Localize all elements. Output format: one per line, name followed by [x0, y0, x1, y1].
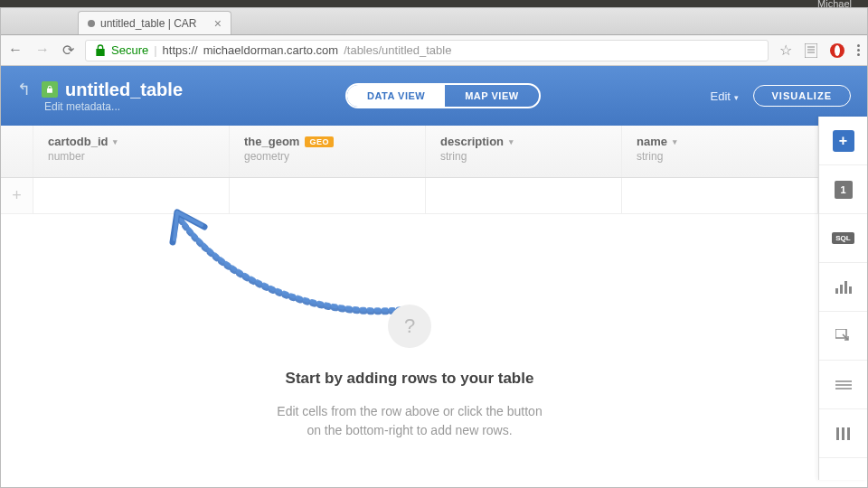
browser-tab[interactable]: untitled_table | CAR × [78, 11, 231, 34]
svg-rect-0 [805, 43, 817, 58]
reload-button[interactable]: ⟳ [62, 42, 74, 59]
svg-rect-13 [842, 427, 844, 440]
table-area: cartodb_id▾ number the_geomGEO geometry … [1, 126, 818, 480]
table-cell[interactable] [622, 178, 818, 213]
bookmark-icon[interactable]: ☆ [779, 42, 792, 59]
sort-caret-icon: ▾ [509, 137, 514, 146]
tab-title: untitled_table | CAR [100, 17, 197, 30]
close-tab-icon[interactable]: × [214, 16, 222, 31]
browser-window: untitled_table | CAR × ← → ⟳ Secure | ht… [0, 7, 868, 488]
data-view-button[interactable]: DATA VIEW [347, 85, 445, 107]
addr-bar-right: ☆ [779, 42, 860, 59]
svg-rect-5 [840, 285, 843, 294]
tab-strip: untitled_table | CAR × [1, 8, 867, 35]
reader-icon[interactable] [805, 43, 817, 58]
empty-state: ? Start by adding rows to your table Edi… [1, 305, 818, 440]
geo-badge: GEO [305, 136, 334, 147]
url-field[interactable]: Secure | https://michaeldorman.carto.com… [85, 40, 769, 61]
legends-button[interactable] [819, 361, 867, 409]
map-view-button[interactable]: MAP VIEW [445, 85, 538, 107]
edit-metadata-link[interactable]: Edit metadata... [44, 100, 183, 113]
help-icon: ? [388, 305, 431, 348]
app-header: ↰ untitled_table Edit metadata... DATA V… [1, 66, 867, 126]
view-toggle: DATA VIEW MAP VIEW [345, 83, 541, 108]
forward-button: → [35, 42, 50, 59]
empty-title: Start by adding rows to your table [1, 370, 818, 388]
layer-indicator[interactable]: 1 [819, 165, 867, 214]
opera-icon[interactable] [830, 43, 844, 58]
secure-indicator: Secure [93, 43, 148, 58]
table-cell[interactable] [426, 178, 622, 213]
column-headers: cartodb_id▾ number the_geomGEO geometry … [1, 126, 818, 178]
address-bar: ← → ⟳ Secure | https://michaeldorman.car… [1, 35, 867, 66]
url-scheme: https:// [163, 43, 198, 57]
add-layer-button[interactable]: + [833, 130, 854, 152]
table-cell[interactable] [230, 178, 426, 213]
filters-button[interactable] [819, 409, 867, 458]
url-path: /tables/untitled_table [344, 43, 451, 57]
infowindow-button[interactable] [819, 312, 867, 361]
visualize-button[interactable]: VISUALIZE [753, 85, 851, 107]
rail-item: + [819, 117, 867, 165]
svg-rect-14 [847, 427, 850, 440]
svg-rect-6 [844, 281, 847, 294]
column-header[interactable]: name▾ string [622, 126, 818, 177]
column-header[interactable]: cartodb_id▾ number [33, 126, 230, 177]
column-header[interactable]: description▾ string [426, 126, 622, 177]
table-title: untitled_table [65, 80, 183, 100]
svg-rect-7 [849, 286, 852, 294]
app-back-icon[interactable]: ↰ [17, 80, 31, 99]
desktop-menubar: Michael [0, 0, 868, 7]
favicon-icon [88, 20, 95, 27]
url-host: michaeldorman.carto.com [203, 43, 339, 57]
side-rail: + 1 SQL [818, 117, 867, 480]
sort-caret-icon: ▾ [113, 137, 118, 146]
sort-caret-icon: ▾ [673, 137, 677, 146]
privacy-badge-icon [42, 81, 58, 98]
svg-rect-4 [835, 288, 838, 294]
empty-description: Edit cells from the row above or click t… [1, 402, 818, 440]
secure-label: Secure [111, 43, 148, 57]
sql-button[interactable]: SQL [819, 214, 867, 263]
svg-rect-12 [836, 427, 839, 440]
content-area: cartodb_id▾ number the_geomGEO geometry … [1, 126, 867, 480]
wizard-button[interactable] [819, 263, 867, 312]
add-row-button[interactable]: + [1, 178, 33, 213]
edit-dropdown[interactable]: Edit ▾ [711, 89, 739, 103]
row-gutter [1, 126, 33, 177]
lock-icon [93, 43, 108, 58]
browser-menu-icon[interactable] [857, 44, 860, 56]
table-row: + [1, 178, 818, 214]
table-cell[interactable] [33, 178, 230, 213]
nav-buttons: ← → ⟳ [8, 42, 74, 59]
column-header[interactable]: the_geomGEO geometry [230, 126, 426, 177]
back-button[interactable]: ← [8, 42, 23, 59]
chevron-down-icon: ▾ [734, 93, 739, 102]
